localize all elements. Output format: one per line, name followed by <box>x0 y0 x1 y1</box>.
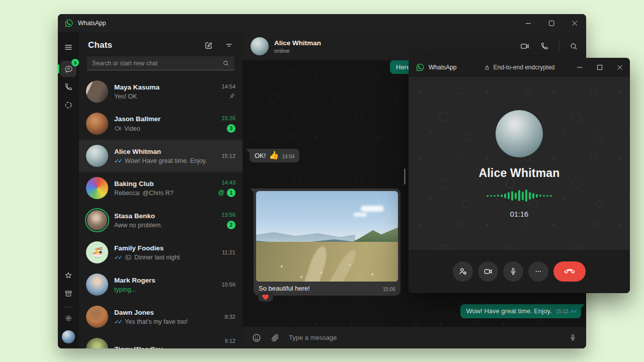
chat-time: 15:26 <box>221 115 235 121</box>
encryption-label: End-to-end endcrypted <box>493 64 554 71</box>
chat-list-item-family-foodies[interactable]: 🍜 Family Foodies ✓✓ Dinner last night 11… <box>79 236 243 268</box>
attach-button[interactable] <box>271 333 280 342</box>
call-more-button[interactable] <box>528 261 548 282</box>
add-participant-button[interactable] <box>453 261 473 282</box>
nav-chats-button[interactable]: 3 <box>60 61 76 77</box>
nav-calls-button[interactable] <box>60 79 76 95</box>
call-mute-button[interactable] <box>503 261 523 282</box>
chat-name: Family Foodies <box>114 244 209 252</box>
message-input[interactable] <box>289 334 559 341</box>
chat-preview: Wow! Have great time. Enjoy. <box>125 157 207 164</box>
message-time: 14:04 <box>282 154 294 159</box>
read-receipt-icon: ✓✓ <box>570 308 576 315</box>
call-minimize-button[interactable] <box>570 58 590 77</box>
menu-button[interactable] <box>60 39 76 55</box>
message-reaction[interactable]: ❤️ <box>258 293 274 302</box>
chat-list-item-dawn[interactable]: Dawn Jones ✓✓Yes that's my fave too! 8:3… <box>79 301 243 333</box>
chat-list-item-baking-club[interactable]: Baking Club Rebecca: @Chris R? 14:43 @ 1 <box>79 172 243 204</box>
close-button[interactable] <box>563 14 586 32</box>
avatar <box>86 113 108 135</box>
call-body: Alice Whitman 01:16 <box>409 77 630 250</box>
profile-avatar[interactable] <box>62 330 75 343</box>
contact-avatar[interactable] <box>251 37 269 55</box>
call-maximize-button[interactable] <box>590 58 610 77</box>
filter-chats-button[interactable] <box>224 41 233 50</box>
thumbs-up-emoji: 👍 <box>269 151 279 159</box>
chat-time: 13:56 <box>221 212 235 218</box>
chat-list-item-jason[interactable]: Jason Ballmer Video 15:26 3 <box>79 108 243 140</box>
call-contact-avatar <box>496 110 543 157</box>
nav-status-button[interactable] <box>60 97 76 113</box>
chat-list-item-maya[interactable]: Maya Kasuma Yes! OK 14:54 <box>79 75 243 108</box>
avatar <box>86 80 108 103</box>
message-time: 15:06 <box>383 287 395 292</box>
mention-icon: @ <box>218 189 224 196</box>
chat-list: Maya Kasuma Yes! OK 14:54 Jason Ballmer <box>79 75 243 348</box>
avatar <box>86 177 108 199</box>
call-controls <box>409 250 630 293</box>
emoji-button[interactable] <box>252 333 262 343</box>
maximize-button[interactable] <box>540 14 563 32</box>
avatar <box>86 274 108 296</box>
call-video-button[interactable] <box>478 261 498 282</box>
typing-indicator: typing... <box>114 286 136 293</box>
chat-time: 11:21 <box>222 249 235 255</box>
unread-badge: 1 <box>227 189 235 197</box>
photo-mountain-landscape[interactable] <box>256 191 398 282</box>
conversation-header[interactable]: Alice Whitman online <box>243 32 586 60</box>
unread-badge: 3 <box>227 124 235 133</box>
chat-time: 14:54 <box>221 83 235 89</box>
chat-list-item-mark[interactable]: Mark Rogers typing... 10:56 <box>79 268 243 301</box>
chat-preview: Dinner last night <box>134 254 180 261</box>
bubble-tail <box>581 304 585 309</box>
call-close-button[interactable] <box>610 58 630 77</box>
search-input[interactable] <box>92 60 222 67</box>
chat-list-item-ziggy[interactable]: Ziggy Woodley 9:12 <box>79 333 243 348</box>
hamburger-icon <box>64 43 73 52</box>
nav-archived-button[interactable] <box>60 286 76 302</box>
chat-list-item-stasa[interactable]: Stasa Benko Aww no problem. 13:56 2 <box>79 204 243 236</box>
search-conversation-button[interactable] <box>570 42 578 51</box>
chat-bubble-icon <box>64 64 73 74</box>
voice-call-button[interactable] <box>540 42 549 51</box>
nav-settings-button[interactable] <box>60 310 76 326</box>
avatar: 🍜 <box>86 241 108 263</box>
message-input-bar <box>243 327 586 348</box>
search-box[interactable] <box>87 56 234 70</box>
chat-preview: Yes that's my fave too! <box>125 318 188 325</box>
header-divider <box>559 41 559 51</box>
unread-badge: 2 <box>227 221 235 229</box>
read-receipt-icon: ✓✓ <box>114 318 121 325</box>
mic-button[interactable] <box>569 333 577 342</box>
call-contact-name: Alice Whitman <box>478 166 559 180</box>
chat-time: 14:43 <box>221 179 235 186</box>
incoming-photo-message[interactable]: So beautiful here! 15:06 <box>254 189 400 296</box>
chat-time: 9:12 <box>225 338 235 344</box>
end-call-button[interactable] <box>553 261 586 282</box>
status-icon <box>64 101 73 110</box>
nav-starred-button[interactable] <box>60 267 76 284</box>
window-title: WhatsApp <box>78 20 106 27</box>
minimize-button[interactable] <box>517 14 540 32</box>
chat-name: Alice Whitman <box>114 148 209 155</box>
chats-panel-title: Chats <box>88 40 112 50</box>
pin-icon <box>228 93 235 100</box>
chat-list-item-alice[interactable]: Alice Whitman ✓✓Wow! Have great time. En… <box>79 140 243 172</box>
lock-icon <box>484 64 490 71</box>
main-titlebar[interactable]: WhatsApp <box>58 14 586 32</box>
call-titlebar[interactable]: WhatsApp End-to-end endcrypted <box>409 58 630 77</box>
scrollbar-thumb[interactable] <box>404 168 406 185</box>
avatar-with-status-ring <box>87 210 107 230</box>
incoming-message-ok[interactable]: OK! 👍 14:04 <box>250 149 299 162</box>
new-chat-button[interactable] <box>204 41 213 50</box>
read-receipt-icon: ✓✓ <box>114 157 121 164</box>
chat-name: Ziggy Woodley <box>114 345 209 349</box>
photo-message-icon <box>125 254 132 261</box>
phone-icon <box>64 82 73 92</box>
outgoing-message-wow[interactable]: Wow! Have great time. Enjoy. 15:12 ✓✓ <box>460 304 582 318</box>
chats-panel: Chats Maya Kasuma <box>79 32 243 348</box>
chat-name: Mark Rogers <box>114 277 209 284</box>
video-call-button[interactable] <box>520 41 530 51</box>
chat-preview: Yes! OK <box>114 93 137 100</box>
contact-name: Alice Whitman <box>274 39 321 47</box>
